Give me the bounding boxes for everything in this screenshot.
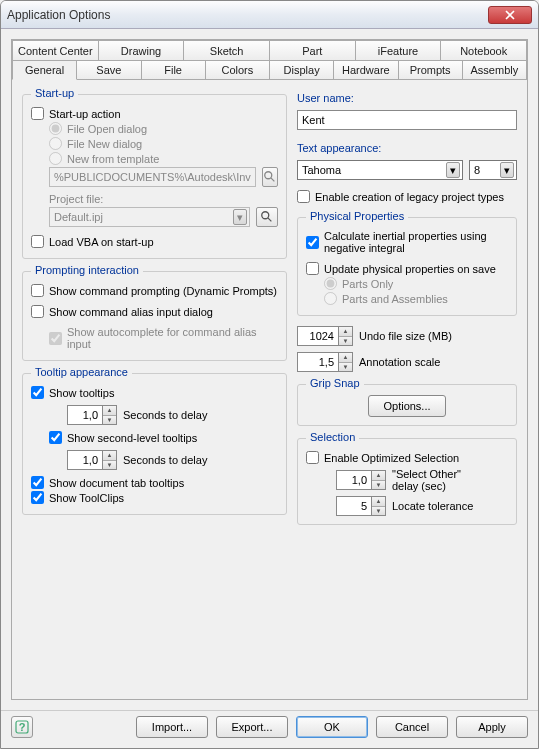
tooltip-delay2-spinner[interactable]: ▲▼ xyxy=(67,450,117,470)
select-other-label: "Select Other" delay (sec) xyxy=(392,468,482,492)
show-tooltips-input[interactable] xyxy=(31,386,44,399)
chevron-down-icon[interactable]: ▾ xyxy=(500,162,514,178)
calc-inertial-input[interactable] xyxy=(306,236,319,249)
grip-group: Grip Snap Options... xyxy=(297,384,517,426)
enable-optimized-input[interactable] xyxy=(306,451,319,464)
tooltip-delay1-spinbtns[interactable]: ▲▼ xyxy=(103,405,117,425)
tab-ifeature[interactable]: iFeature xyxy=(356,40,442,60)
startup-group: Start-up Start-up action File Open dialo… xyxy=(22,94,287,259)
show-second-label: Show second-level tooltips xyxy=(67,432,197,444)
locate-spinbtns[interactable]: ▲▼ xyxy=(372,496,386,516)
tooltip-delay1-label: Seconds to delay xyxy=(123,409,207,421)
startup-action-checkbox[interactable]: Start-up action xyxy=(31,107,278,120)
show-second-input[interactable] xyxy=(49,431,62,444)
tab-display[interactable]: Display xyxy=(270,60,334,80)
show-doc-tab-checkbox[interactable]: Show document tab tooltips xyxy=(31,476,278,489)
show-prompting-input[interactable] xyxy=(31,284,44,297)
enable-optimized-checkbox[interactable]: Enable Optimized Selection xyxy=(306,451,508,464)
tab-colors[interactable]: Colors xyxy=(206,60,270,80)
tab-part[interactable]: Part xyxy=(270,40,356,60)
load-vba-input[interactable] xyxy=(31,235,44,248)
file-new-input xyxy=(49,137,62,150)
locate-row: ▲▼ Locate tolerance xyxy=(336,496,508,516)
load-vba-checkbox[interactable]: Load VBA on start-up xyxy=(31,235,278,248)
calc-inertial-checkbox[interactable]: Calculate inertial properties using nega… xyxy=(306,230,508,254)
close-button[interactable] xyxy=(488,6,532,24)
physical-title: Physical Properties xyxy=(306,210,408,222)
tooltip-delay2-spinbtns[interactable]: ▲▼ xyxy=(103,450,117,470)
tooltip-delay1-spinner[interactable]: ▲▼ xyxy=(67,405,117,425)
titlebar[interactable]: Application Options xyxy=(1,1,538,29)
select-other-spinbtns[interactable]: ▲▼ xyxy=(372,470,386,490)
svg-point-0 xyxy=(265,172,272,179)
help-button[interactable]: ? xyxy=(11,716,33,738)
undo-spinner[interactable]: ▲▼ xyxy=(297,326,353,346)
locate-input[interactable] xyxy=(336,496,372,516)
tab-row-1: Content Center Drawing Sketch Part iFeat… xyxy=(12,40,527,60)
undo-spinbtns[interactable]: ▲▼ xyxy=(339,326,353,346)
apply-button[interactable]: Apply xyxy=(456,716,528,738)
legacy-input[interactable] xyxy=(297,190,310,203)
tab-file[interactable]: File xyxy=(142,60,206,80)
font-size-combo[interactable]: 8 ▾ xyxy=(469,160,517,180)
tab-content-center[interactable]: Content Center xyxy=(12,40,99,60)
show-alias-input[interactable] xyxy=(31,305,44,318)
calc-inertial-label: Calculate inertial properties using nega… xyxy=(324,230,494,254)
chevron-down-icon[interactable]: ▾ xyxy=(446,162,460,178)
annotation-row: ▲▼ Annotation scale xyxy=(297,352,517,372)
show-tooltips-checkbox[interactable]: Show tooltips xyxy=(31,386,278,399)
tab-general[interactable]: General xyxy=(12,60,77,80)
update-save-input[interactable] xyxy=(306,262,319,275)
font-size-value: 8 xyxy=(474,164,500,176)
undo-input[interactable] xyxy=(297,326,339,346)
update-save-checkbox[interactable]: Update physical properties on save xyxy=(306,262,508,275)
tab-assembly[interactable]: Assembly xyxy=(463,60,527,80)
select-other-spinner[interactable]: ▲▼ xyxy=(336,470,386,490)
project-browse-button[interactable] xyxy=(256,207,278,227)
parts-assemblies-radio: Parts and Assemblies xyxy=(324,292,508,305)
project-file-label: Project file: xyxy=(49,193,278,205)
svg-line-3 xyxy=(268,218,272,222)
select-other-input[interactable] xyxy=(336,470,372,490)
annotation-spinner[interactable]: ▲▼ xyxy=(297,352,353,372)
tooltip-group: Tooltip appearance Show tooltips ▲▼ Seco… xyxy=(22,373,287,515)
legacy-checkbox[interactable]: Enable creation of legacy project types xyxy=(297,190,517,203)
export-button[interactable]: Export... xyxy=(216,716,288,738)
font-combo[interactable]: Tahoma ▾ xyxy=(297,160,463,180)
show-toolclips-input[interactable] xyxy=(31,491,44,504)
grip-options-button[interactable]: Options... xyxy=(368,395,445,417)
magnifier-icon xyxy=(260,210,274,224)
tab-drawing[interactable]: Drawing xyxy=(99,40,185,60)
username-input[interactable] xyxy=(297,110,517,130)
cancel-button[interactable]: Cancel xyxy=(376,716,448,738)
tab-prompts[interactable]: Prompts xyxy=(399,60,463,80)
close-icon xyxy=(505,10,515,20)
svg-point-2 xyxy=(262,212,269,219)
show-doc-tab-input[interactable] xyxy=(31,476,44,489)
ok-button[interactable]: OK xyxy=(296,716,368,738)
template-browse-button xyxy=(262,167,278,187)
parts-assemblies-label: Parts and Assemblies xyxy=(342,293,448,305)
tooltip-delay2-input[interactable] xyxy=(67,450,103,470)
tab-sketch[interactable]: Sketch xyxy=(184,40,270,60)
show-second-checkbox[interactable]: Show second-level tooltips xyxy=(49,431,278,444)
undo-row: ▲▼ Undo file size (MB) xyxy=(297,326,517,346)
show-prompting-checkbox[interactable]: Show command prompting (Dynamic Prompts) xyxy=(31,284,278,297)
tooltip-delay1-input[interactable] xyxy=(67,405,103,425)
annotation-spinbtns[interactable]: ▲▼ xyxy=(339,352,353,372)
show-alias-checkbox[interactable]: Show command alias input dialog xyxy=(31,305,278,318)
locate-spinner[interactable]: ▲▼ xyxy=(336,496,386,516)
text-appearance-label: Text appearance: xyxy=(297,142,517,154)
project-file-combo: Default.ipj ▾ xyxy=(49,207,250,227)
startup-action-input[interactable] xyxy=(31,107,44,120)
file-new-radio: File New dialog xyxy=(49,137,278,150)
svg-text:?: ? xyxy=(19,720,26,732)
tab-save[interactable]: Save xyxy=(77,60,141,80)
show-toolclips-checkbox[interactable]: Show ToolClips xyxy=(31,491,278,504)
tab-notebook[interactable]: Notebook xyxy=(441,40,527,60)
import-button[interactable]: Import... xyxy=(136,716,208,738)
tab-hardware[interactable]: Hardware xyxy=(334,60,398,80)
show-tooltips-label: Show tooltips xyxy=(49,387,114,399)
annotation-input[interactable] xyxy=(297,352,339,372)
username-label: User name: xyxy=(297,92,517,104)
